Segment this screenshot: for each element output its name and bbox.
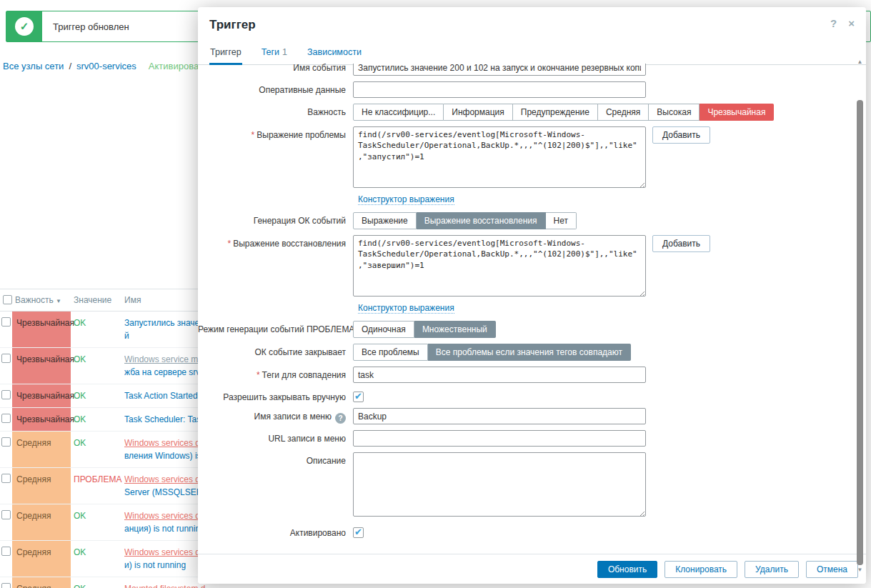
enabled-label: Активировано (198, 524, 346, 538)
recovery-constructor-link[interactable]: Конструктор выражения (358, 303, 454, 314)
trigger-dialog: Триггер ? × Триггер Теги1 Зависимости Им… (198, 7, 866, 584)
severity-badge: Чрезвычайная (12, 384, 71, 407)
value-badge: OK (71, 541, 121, 577)
tag-for-matching-label: *Теги для совпадения (198, 367, 346, 380)
menu-entry-name-label: Имя записи в меню? (198, 408, 346, 424)
recovery-expression-add-button[interactable]: Добавить (652, 235, 710, 252)
event-mode-option-single[interactable]: Одиночная (353, 321, 414, 338)
question-mark-icon[interactable]: ? (335, 413, 346, 424)
help-icon[interactable]: ? (830, 17, 837, 29)
severity-option-information[interactable]: Информация (444, 104, 512, 121)
value-badge: OK (71, 504, 121, 540)
severity-option-disaster[interactable]: Чрезвычайная (700, 104, 774, 121)
problem-expression-add-button[interactable]: Добавить (652, 126, 710, 144)
severity-segmented-control: Не классифицир... Информация Предупрежде… (353, 104, 774, 121)
row-checkbox[interactable] (1, 354, 11, 363)
ok-event-closes-label: ОК событие закрывает (198, 344, 346, 357)
ok-closes-option-all[interactable]: Все проблемы (353, 344, 428, 361)
row-checkbox[interactable] (1, 547, 11, 556)
event-mode-option-multiple[interactable]: Множественный (414, 321, 496, 338)
ok-gen-option-expression[interactable]: Выражение (353, 212, 417, 229)
tab-tags[interactable]: Теги1 (261, 41, 288, 64)
severity-option-high[interactable]: Высокая (649, 104, 700, 121)
problem-event-mode-segmented-control: Одиночная Множественный (353, 321, 496, 338)
value-badge: OK (71, 384, 121, 407)
severity-badge: Средняя (12, 468, 71, 504)
value-badge: OK (71, 348, 121, 384)
success-message-text: Триггер обновлен (42, 11, 129, 41)
severity-badge: Чрезвычайная (12, 312, 71, 347)
cancel-button[interactable]: Отмена (806, 561, 858, 578)
ok-event-generation-label: Генерация ОК событий (198, 212, 346, 226)
recovery-expression-textarea[interactable]: find(/srv00-services/eventlog[Microsoft-… (353, 235, 646, 297)
tag-for-matching-input[interactable] (353, 367, 646, 383)
check-icon: ✓ (15, 17, 34, 36)
menu-entry-url-label: URL записи в меню (198, 430, 346, 444)
delete-button[interactable]: Удалить (745, 561, 799, 578)
ok-gen-option-none[interactable]: Нет (546, 212, 577, 229)
severity-badge: Чрезвычайная (12, 348, 71, 384)
column-header-value: Значение (71, 289, 121, 311)
dialog-footer: Обновить Клонировать Удалить Отмена (198, 554, 866, 584)
dialog-title: Триггер (198, 7, 866, 32)
row-checkbox[interactable] (1, 317, 11, 327)
tab-trigger[interactable]: Триггер (209, 41, 242, 64)
problem-expression-label: *Выражение проблемы (198, 126, 346, 140)
select-all-checkbox[interactable] (3, 295, 12, 304)
scroll-down-icon[interactable]: ▼ (856, 567, 864, 574)
tab-dependencies[interactable]: Зависимости (307, 41, 362, 64)
success-icon-block: ✓ (6, 11, 42, 41)
description-textarea[interactable] (353, 452, 646, 517)
ok-gen-option-recovery-expression[interactable]: Выражение восстановления (417, 212, 546, 229)
row-checkbox[interactable] (1, 583, 11, 588)
row-checkbox[interactable] (1, 510, 11, 519)
problem-expression-textarea[interactable]: find(/srv00-services/eventlog[Microsoft-… (353, 126, 646, 188)
value-badge: OK (71, 408, 121, 431)
severity-badge: Средняя (12, 504, 71, 540)
dialog-scrollbar[interactable]: ▲ ▼ (856, 59, 864, 574)
recovery-expression-label: *Выражение восстановления (198, 235, 346, 249)
row-checkbox[interactable] (1, 414, 11, 423)
update-button[interactable]: Обновить (597, 561, 657, 578)
close-icon[interactable]: × (848, 17, 855, 29)
event-name-label: Имя события (198, 64, 346, 73)
clone-button[interactable]: Клонировать (665, 561, 737, 578)
value-badge: OK (71, 432, 121, 467)
sort-desc-icon: ▼ (56, 298, 61, 304)
description-label: Описание (198, 452, 346, 466)
allow-manual-close-label: Разрешить закрывать вручную (198, 389, 346, 402)
severity-option-average[interactable]: Средняя (598, 104, 649, 121)
value-badge: ПРОБЛЕМА (71, 468, 121, 504)
dialog-tabs: Триггер Теги1 Зависимости (198, 41, 866, 65)
tags-count-badge: 1 (282, 47, 287, 57)
expression-constructor-link[interactable]: Конструктор выражения (358, 194, 454, 205)
severity-badge: Средняя (12, 577, 71, 588)
problem-event-mode-label: Режим генерации событий ПРОБЛЕМА (198, 321, 346, 334)
breadcrumb-all-hosts-link[interactable]: Все узлы сети (3, 61, 64, 71)
severity-option-not-classified[interactable]: Не классифицир... (353, 104, 444, 121)
ok-closes-option-tag-match[interactable]: Все проблемы если значения тегов совпада… (428, 344, 631, 361)
severity-badge: Средняя (12, 432, 71, 467)
dialog-body: Имя события Оперативные данные Важность … (198, 64, 855, 554)
row-checkbox[interactable] (1, 437, 11, 447)
severity-badge: Чрезвычайная (12, 408, 71, 431)
enabled-checkbox[interactable] (353, 527, 364, 538)
row-checkbox[interactable] (1, 474, 11, 483)
ok-event-closes-segmented-control: Все проблемы Все проблемы если значения … (353, 344, 631, 361)
severity-badge: Средняя (12, 541, 71, 577)
severity-option-warning[interactable]: Предупреждение (513, 104, 598, 121)
breadcrumb-host-link[interactable]: srv00-services (76, 61, 136, 71)
value-badge: OK (71, 312, 121, 347)
row-checkbox[interactable] (1, 390, 11, 399)
scroll-up-icon[interactable]: ▲ (856, 59, 864, 66)
column-header-severity[interactable]: Важность ▼ (12, 289, 71, 311)
value-badge: OK (71, 577, 121, 588)
allow-manual-close-checkbox[interactable] (353, 392, 364, 402)
opdata-input[interactable] (353, 81, 646, 98)
menu-entry-url-input[interactable] (353, 430, 646, 447)
breadcrumb-separator: / (69, 61, 71, 71)
event-name-input[interactable] (353, 64, 646, 76)
opdata-label: Оперативные данные (198, 81, 346, 95)
scrollbar-thumb[interactable] (857, 100, 863, 565)
menu-entry-name-input[interactable] (353, 408, 646, 424)
